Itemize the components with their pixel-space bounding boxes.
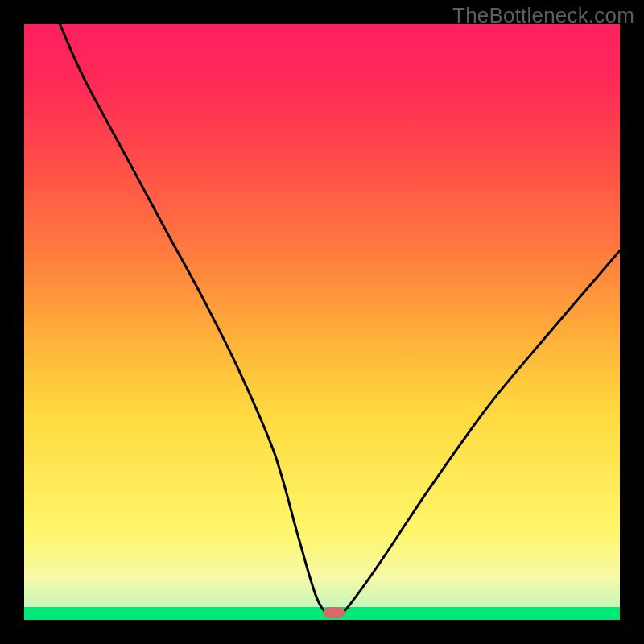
watermark-text: TheBottleneck.com (452, 3, 634, 28)
plot-area (24, 24, 620, 620)
curve-path (60, 24, 620, 616)
bottleneck-curve (24, 24, 620, 620)
minimum-marker (324, 607, 345, 618)
chart-frame: TheBottleneck.com (0, 0, 644, 644)
